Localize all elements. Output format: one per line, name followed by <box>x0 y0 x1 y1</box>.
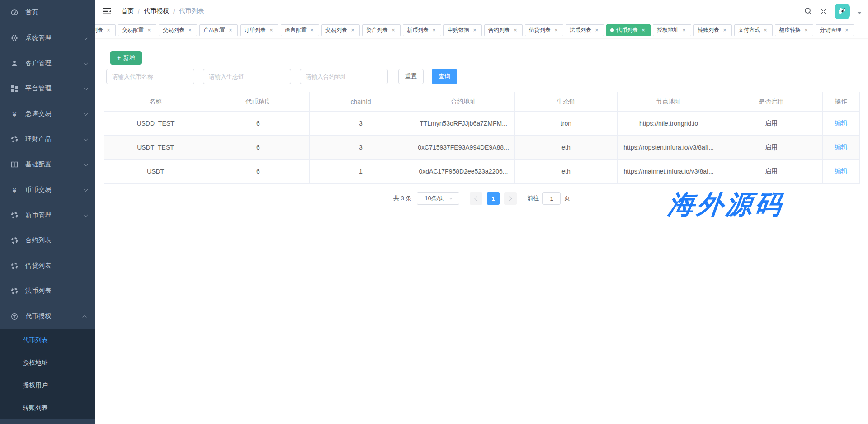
tab-transfer-list[interactable]: 转账列表× <box>693 24 732 36</box>
compass-icon <box>10 136 19 143</box>
tab-loan-list[interactable]: 借贷列表× <box>525 24 563 36</box>
sidebar-item-fiat-list[interactable]: 法币列表 <box>0 278 95 304</box>
hamburger-icon[interactable] <box>103 8 111 15</box>
tab-trade-list-2[interactable]: 交易列表× <box>321 24 360 36</box>
tab-trade-list[interactable]: 交易列表× <box>159 24 197 36</box>
tab-fiat-list[interactable]: 法币列表× <box>566 24 604 36</box>
tether-icon <box>10 313 19 320</box>
sidebar-item-coin-trade[interactable]: ¥ 币币交易 <box>0 177 95 203</box>
table-row: USDD_TEST 6 3 TTLmyn53oRFJJjb6a7ZMFM... … <box>104 112 860 136</box>
tab-language-config[interactable]: 语言配置× <box>281 24 319 36</box>
prev-page-button[interactable] <box>470 192 482 205</box>
add-button[interactable]: + 新增 <box>110 51 142 65</box>
grid-icon <box>10 85 19 92</box>
goto-page-input[interactable] <box>542 192 561 205</box>
page-size-select[interactable]: 10条/页 <box>417 192 459 205</box>
user-icon <box>10 60 19 67</box>
sidebar: 首页 系统管理 客户管理 平台管理 ¥ 急速交易 理财产品 <box>0 0 95 424</box>
tab-order-list[interactable]: 订单列表× <box>240 24 278 36</box>
sidebar-item-token-list[interactable]: 代币列表 <box>0 329 95 352</box>
tab-close-icon[interactable]: × <box>681 27 687 33</box>
table-row: USDT 6 1 0xdAC17F958D2ee523a2206... eth … <box>104 160 860 184</box>
tab-close-icon[interactable]: × <box>105 27 112 33</box>
sidebar-item-label: 客户管理 <box>25 59 84 67</box>
edit-button[interactable]: 编辑 <box>835 143 848 151</box>
tab-close-icon[interactable]: × <box>803 27 809 33</box>
sidebar-item-system[interactable]: 系统管理 <box>0 25 95 51</box>
tab-quota-convert[interactable]: 额度转换× <box>775 24 813 36</box>
sidebar-item-token-auth[interactable]: 代币授权 <box>0 304 95 329</box>
tab-close-icon[interactable]: × <box>349 27 356 33</box>
tab-close-icon[interactable]: × <box>762 27 769 33</box>
tab-close-icon[interactable]: × <box>472 27 478 33</box>
sidebar-item-wealth[interactable]: 理财产品 <box>0 127 95 152</box>
sidebar-item-loan-list[interactable]: 借贷列表 <box>0 253 95 278</box>
sidebar-item-label: 理财产品 <box>25 135 84 143</box>
tab-contract-list[interactable]: 合约列表× <box>484 24 523 36</box>
fullscreen-icon[interactable] <box>820 8 827 15</box>
col-precision: 代币精度 <box>207 92 310 112</box>
sidebar-item-label: 代币授权 <box>25 312 84 320</box>
sidebar-item-transfer-list[interactable]: 转账列表 <box>0 397 95 419</box>
avatar[interactable] <box>835 4 850 19</box>
tab-close-icon[interactable]: × <box>722 27 728 33</box>
page-number-1[interactable]: 1 <box>487 192 500 205</box>
sidebar-item-label: 系统管理 <box>25 34 84 42</box>
tab-close-icon[interactable]: × <box>268 27 274 33</box>
edit-button[interactable]: 编辑 <box>835 119 848 127</box>
submenu-item-label: 授权地址 <box>23 359 48 367</box>
caret-down-icon[interactable] <box>857 12 862 14</box>
col-name: 名称 <box>104 92 207 112</box>
chevron-down-icon <box>84 61 88 65</box>
sidebar-item-label: 币币交易 <box>25 186 84 194</box>
tab-trade-config[interactable]: 交易配置× <box>118 24 156 36</box>
tab-new-coin-list[interactable]: 新币列表× <box>403 24 441 36</box>
tab-close-icon[interactable]: × <box>512 27 519 33</box>
breadcrumb-home[interactable]: 首页 <box>121 7 134 15</box>
tab-close-icon[interactable]: × <box>390 27 396 33</box>
eco-chain-input[interactable] <box>203 69 291 84</box>
sidebar-item-new-coin[interactable]: 新币管理 <box>0 203 95 228</box>
tab-close-icon[interactable]: × <box>146 27 152 33</box>
tab-close-icon[interactable]: × <box>594 27 600 33</box>
token-name-input[interactable] <box>106 69 194 84</box>
tab-payment-method[interactable]: 支付方式× <box>734 24 773 36</box>
tab-close-icon[interactable]: × <box>640 27 646 33</box>
content-area: + 新增 重置 查询 名称 代币精度 chainId 合约地址 生态链 <box>95 38 868 424</box>
tab-close-icon[interactable]: × <box>553 27 559 33</box>
tab-asset-list[interactable]: 资产列表× <box>362 24 401 36</box>
breadcrumb-token-auth[interactable]: 代币授权 <box>144 7 169 15</box>
compass-icon <box>10 287 19 295</box>
sidebar-item-label: 法币列表 <box>25 287 87 295</box>
page-suffix-label: 页 <box>564 194 570 203</box>
edit-button[interactable]: 编辑 <box>835 167 848 174</box>
tab-product-config[interactable]: 产品配置× <box>199 24 238 36</box>
tab-coin-type-list[interactable]: 币种列表× <box>95 24 116 36</box>
tab-close-icon[interactable]: × <box>431 27 437 33</box>
tab-distribution[interactable]: 分销管理× <box>816 24 854 36</box>
tab-close-icon[interactable]: × <box>187 27 193 33</box>
tab-close-icon[interactable]: × <box>844 27 850 33</box>
sidebar-item-label: 首页 <box>25 9 87 17</box>
sidebar-item-auth-address[interactable]: 授权地址 <box>0 352 95 374</box>
sidebar-item-platform[interactable]: 平台管理 <box>0 76 95 101</box>
tab-close-icon[interactable]: × <box>309 27 315 33</box>
tab-close-icon[interactable]: × <box>227 27 234 33</box>
col-enabled: 是否启用 <box>720 92 823 112</box>
search-button[interactable]: 查询 <box>432 69 457 84</box>
tab-subscription-data[interactable]: 申购数据× <box>443 24 482 36</box>
contract-address-input[interactable] <box>300 69 388 84</box>
sidebar-item-customers[interactable]: 客户管理 <box>0 51 95 76</box>
tab-auth-address[interactable]: 授权地址× <box>653 24 691 36</box>
sidebar-item-basic-config[interactable]: 基础配置 <box>0 152 95 177</box>
sidebar-submenu-token-auth: 代币列表 授权地址 授权用户 转账列表 <box>0 329 95 419</box>
tab-token-list-active[interactable]: 代币列表× <box>606 24 651 36</box>
reset-button[interactable]: 重置 <box>398 69 424 84</box>
search-icon[interactable] <box>804 7 812 15</box>
sidebar-item-contract-list[interactable]: 合约列表 <box>0 228 95 253</box>
sidebar-item-fast-trade[interactable]: ¥ 急速交易 <box>0 101 95 127</box>
next-page-button[interactable] <box>504 192 517 205</box>
sidebar-item-home[interactable]: 首页 <box>0 0 95 25</box>
sidebar-item-auth-user[interactable]: 授权用户 <box>0 374 95 397</box>
compass-icon <box>10 262 19 269</box>
